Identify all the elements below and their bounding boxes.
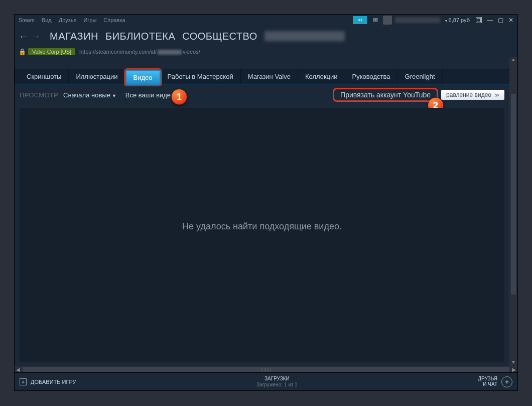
close-icon[interactable]: ✕ [508, 17, 513, 24]
steam-window: Steam Вид Друзья Игры Справка ✉ ▾6,87 ру… [14, 14, 518, 391]
friends-and-chat-button[interactable]: ДРУЗЬЯ И ЧАТ ＋ [478, 376, 512, 387]
avatar[interactable] [383, 16, 392, 25]
nav-back-icon[interactable]: ← [19, 31, 28, 42]
url-text[interactable]: https://steamcommunity.com/id/videos/ [79, 49, 200, 55]
profile-header-strip [15, 57, 509, 69]
menubar: Steam Вид Друзья Игры Справка ✉ ▾6,87 ру… [15, 15, 517, 26]
inbox-icon[interactable]: ✉ [373, 17, 378, 24]
friends-label-1: ДРУЗЬЯ [478, 376, 497, 382]
tab-workshop[interactable]: Работы в Мастерской [161, 69, 241, 84]
friends-label-2: И ЧАТ [478, 382, 497, 387]
downloads-title: ЗАГРУЗКИ [76, 376, 478, 382]
status-bar: + ДОБАВИТЬ ИГРУ ЗАГРУЗКИ Загружено: 1 из… [15, 372, 517, 390]
scroll-down-icon[interactable]: ▼ [509, 359, 517, 366]
tab-valve-store[interactable]: Магазин Valve [241, 69, 298, 84]
wallet-amount: 6,87 руб [449, 17, 470, 23]
fullscreen-icon[interactable] [476, 17, 482, 23]
tab-collections[interactable]: Коллекции [298, 69, 345, 84]
plus-icon: + [20, 378, 27, 385]
link-youtube-button[interactable]: Привязать аккаунт YouTube 2 [333, 88, 438, 102]
add-game-label: ДОБАВИТЬ ИГРУ [31, 379, 76, 385]
h-scroll-thumb[interactable] [23, 367, 509, 372]
scroll-left-icon[interactable]: ◀ [15, 366, 22, 372]
sort-value: Сначала новые [63, 91, 110, 99]
vertical-scrollbar[interactable]: ▲ ▼ [509, 57, 517, 366]
horizontal-scrollbar[interactable]: ◀ ▶ [15, 366, 517, 372]
maximize-icon[interactable]: ▢ [498, 17, 503, 24]
menu-help[interactable]: Справка [103, 17, 125, 23]
profile-tabs: Скриншоты Иллюстрации Видео Работы в Мас… [15, 69, 509, 85]
page-inner: Скриншоты Иллюстрации Видео Работы в Мас… [15, 57, 509, 366]
url-id-redacted [158, 50, 182, 55]
wallet-caret-icon: ▾ [445, 19, 447, 23]
empty-message: Не удалось найти подходящие видео. [182, 221, 342, 232]
scroll-right-icon[interactable]: ▶ [510, 366, 517, 372]
double-chevron-icon: ≫ [494, 92, 499, 98]
nav-library[interactable]: БИБЛИОТЕКА [105, 31, 175, 42]
page-area: Скриншоты Иллюстрации Видео Работы в Мас… [15, 57, 517, 372]
nav-profile-redacted[interactable] [264, 31, 345, 41]
tab-greenlight[interactable]: Greenlight [398, 69, 443, 84]
tab-videos[interactable]: Видео [125, 70, 161, 85]
chevron-down-icon: ▼ [112, 93, 116, 98]
videos-empty-panel: Не удалось найти подходящие видео. [20, 108, 504, 362]
downloads-status[interactable]: ЗАГРУЗКИ Загружено: 1 из 1 [76, 376, 478, 388]
link-youtube-label: Привязать аккаунт YouTube [340, 91, 431, 99]
menu-steam[interactable]: Steam [19, 17, 35, 23]
add-game-button[interactable]: + ДОБАВИТЬ ИГРУ [20, 378, 76, 385]
menu-friends[interactable]: Друзья [59, 17, 77, 23]
username-redacted[interactable] [395, 17, 440, 23]
lock-icon: 🔒 [19, 48, 26, 55]
filter-value: Все ваши виде [125, 91, 171, 99]
nav-forward-icon[interactable]: → [31, 31, 40, 42]
tab-guides[interactable]: Руководства [345, 69, 398, 84]
manage-videos-dropdown[interactable]: равление видео ≫ [441, 90, 504, 100]
manage-videos-label: равление видео [446, 91, 491, 98]
tab-artwork[interactable]: Иллюстрации [69, 69, 125, 84]
view-label: ПРОСМОТР [20, 91, 58, 99]
nav-community[interactable]: СООБЩЕСТВО [182, 31, 257, 42]
window-controls: — ▢ ✕ [476, 17, 513, 24]
url-prefix: https://steamcommunity.com/id/ [79, 49, 157, 55]
downloads-subtitle: Загружено: 1 из 1 [76, 382, 478, 388]
announcement-icon[interactable] [353, 16, 367, 24]
main-nav: ← → МАГАЗИН БИБЛИОТЕКА СООБЩЕСТВО [15, 26, 517, 47]
scroll-up-icon[interactable]: ▲ [509, 57, 517, 64]
ssl-cert-pill[interactable]: Valve Corp [US] [28, 48, 75, 55]
tab-screenshots[interactable]: Скриншоты [20, 69, 69, 84]
chat-bubble-icon: ＋ [501, 376, 512, 387]
minimize-icon[interactable]: — [487, 17, 493, 24]
annotation-callout-1: 1 [171, 89, 187, 105]
wallet-balance[interactable]: ▾6,87 руб [445, 17, 470, 23]
scroll-thumb[interactable] [511, 94, 516, 295]
filter-dropdown[interactable]: Все ваши виде [125, 91, 171, 99]
view-bar: ПРОСМОТР Сначала новые▼ Все ваши виде Пр… [15, 85, 509, 105]
url-suffix: videos/ [183, 49, 200, 55]
menu-games[interactable]: Игры [83, 17, 96, 23]
sort-dropdown[interactable]: Сначала новые▼ [63, 91, 116, 99]
menu-view[interactable]: Вид [42, 17, 52, 23]
url-bar: 🔒 Valve Corp [US] https://steamcommunity… [15, 47, 517, 57]
nav-store[interactable]: МАГАЗИН [50, 31, 98, 42]
